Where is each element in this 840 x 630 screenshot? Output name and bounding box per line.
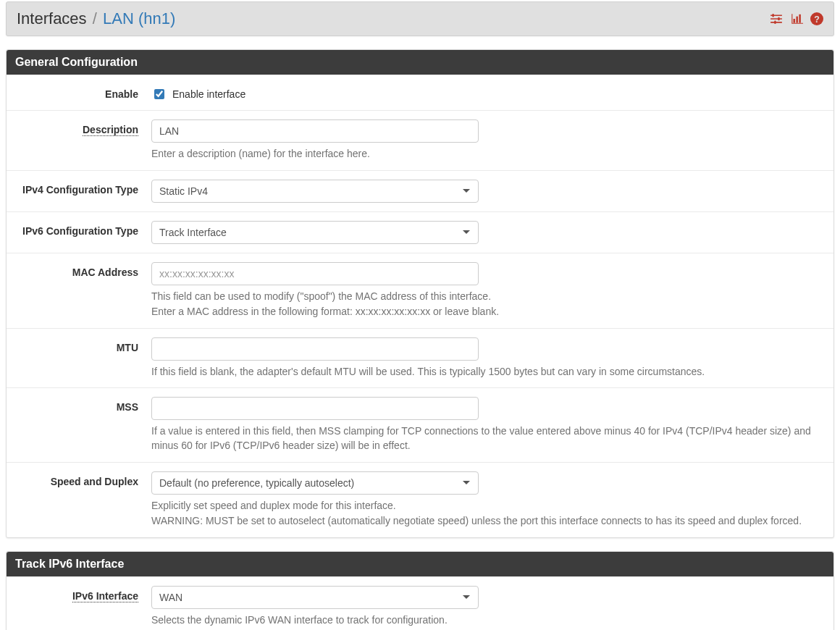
label-ipv6-interface: IPv6 Interface	[14, 586, 151, 602]
ipv4-type-select[interactable]: Static IPv4	[151, 180, 479, 203]
breadcrumb-separator: /	[91, 9, 98, 28]
sliders-icon[interactable]	[770, 12, 783, 25]
mss-help: If a value is entered in this field, the…	[151, 424, 826, 453]
row-mtu: MTU If this field is blank, the adapter'…	[7, 328, 833, 388]
label-description: Description	[14, 119, 151, 135]
enable-checkbox[interactable]	[154, 89, 164, 99]
ipv6-interface-select[interactable]: WAN	[151, 586, 479, 609]
mac-input[interactable]	[151, 262, 479, 285]
panel-general-configuration: General Configuration Enable Enable inte…	[6, 49, 834, 538]
mac-help-2: Enter a MAC address in the following for…	[151, 305, 826, 319]
mtu-input[interactable]	[151, 337, 479, 361]
label-mac: MAC Address	[14, 262, 151, 278]
svg-rect-5	[799, 14, 800, 23]
label-mtu: MTU	[14, 337, 151, 353]
panel-heading-general: General Configuration	[7, 50, 833, 75]
mss-input[interactable]	[151, 397, 479, 420]
breadcrumb-current[interactable]: LAN (hn1)	[103, 9, 175, 28]
panel-heading-track-ipv6: Track IPv6 Interface	[7, 552, 833, 576]
speed-duplex-select[interactable]: Default (no preference, typically autose…	[151, 471, 479, 495]
row-mac: MAC Address This field can be used to mo…	[7, 253, 833, 328]
enable-checkbox-wrap[interactable]: Enable interface	[151, 84, 826, 101]
label-ipv4-type: IPv4 Configuration Type	[14, 180, 151, 196]
speed-help-1: Explicitly set speed and duplex mode for…	[151, 499, 826, 513]
svg-rect-1	[778, 17, 779, 21]
description-help: Enter a description (name) for the inter…	[151, 147, 826, 161]
row-ipv4-type: IPv4 Configuration Type Static IPv4	[7, 170, 833, 211]
ipv6-type-select[interactable]: Track Interface	[151, 221, 479, 244]
svg-rect-0	[772, 14, 773, 17]
svg-text:?: ?	[814, 14, 820, 25]
row-enable: Enable Enable interface	[7, 75, 833, 110]
svg-rect-2	[774, 21, 776, 25]
label-speed-duplex: Speed and Duplex	[14, 471, 151, 487]
help-icon[interactable]: ?	[810, 12, 823, 25]
page-header: Interfaces / LAN (hn1) ?	[6, 1, 834, 36]
speed-help-2: WARNING: MUST be set to autoselect (auto…	[151, 514, 826, 529]
description-input[interactable]	[151, 119, 479, 143]
label-mss: MSS	[14, 397, 151, 413]
row-mss: MSS If a value is entered in this field,…	[7, 387, 833, 461]
enable-checkbox-label: Enable interface	[172, 88, 245, 100]
header-actions: ?	[770, 12, 823, 25]
mac-help-1: This field can be used to modify ("spoof…	[151, 290, 826, 304]
label-ipv6-type: IPv6 Configuration Type	[14, 221, 151, 237]
svg-rect-3	[794, 19, 795, 23]
row-speed-duplex: Speed and Duplex Default (no preference,…	[7, 462, 833, 537]
breadcrumb: Interfaces / LAN (hn1)	[17, 9, 175, 28]
label-enable: Enable	[14, 84, 151, 100]
row-ipv6-interface: IPv6 Interface WAN Selects the dynamic I…	[7, 576, 833, 630]
ipv6-interface-help: Selects the dynamic IPv6 WAN interface t…	[151, 613, 826, 628]
breadcrumb-root[interactable]: Interfaces	[17, 9, 87, 28]
svg-rect-4	[796, 17, 797, 23]
row-ipv6-type: IPv6 Configuration Type Track Interface	[7, 211, 833, 253]
stats-icon[interactable]	[790, 12, 803, 25]
row-description: Description Enter a description (name) f…	[7, 110, 833, 170]
panel-track-ipv6: Track IPv6 Interface IPv6 Interface WAN …	[6, 551, 834, 630]
mtu-help: If this field is blank, the adapter's de…	[151, 365, 826, 379]
